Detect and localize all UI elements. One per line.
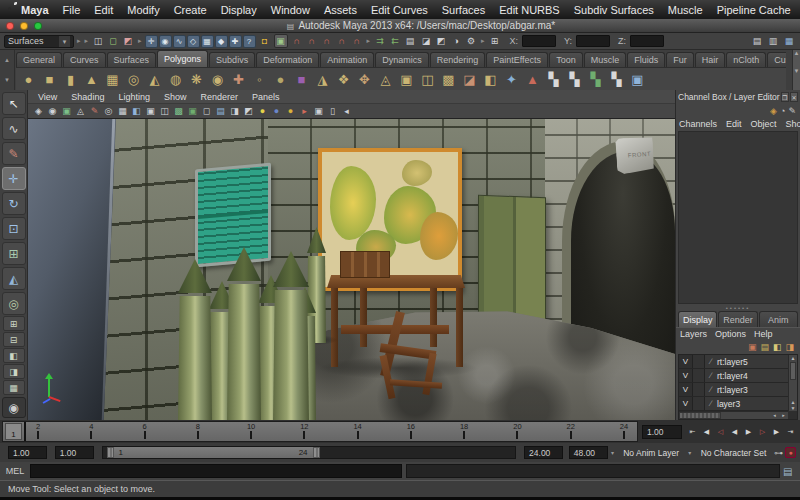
panel-menu-item[interactable]: View xyxy=(38,92,57,102)
group-collapse-arrow[interactable]: ▸ xyxy=(480,37,486,45)
shelf-tool-icon[interactable]: ◫ xyxy=(417,69,438,90)
layer-playback-toggle[interactable] xyxy=(693,369,705,382)
menubar-item[interactable]: Maya xyxy=(14,4,56,16)
tool-button[interactable]: ↖ xyxy=(2,92,26,115)
shelf-tab[interactable]: Custom xyxy=(767,52,786,67)
layer-visibility-toggle[interactable]: V xyxy=(679,355,693,368)
panel-toolbar-icon[interactable]: ◨ xyxy=(228,105,241,118)
playback-button[interactable]: ◀ xyxy=(728,424,741,440)
panel-toolbar-icon[interactable]: ▤ xyxy=(214,105,227,118)
panel-menu-item[interactable]: Panels xyxy=(252,92,280,102)
selection-mode-icon[interactable]: ◫ xyxy=(91,34,105,48)
shelf-tool-icon[interactable]: ◪ xyxy=(459,69,480,90)
snap-magnet-icon[interactable]: ∩ xyxy=(290,34,304,48)
channel-box-menu-item[interactable]: Channels xyxy=(679,119,717,129)
shelf-tab[interactable]: Muscle xyxy=(584,52,627,67)
panel-toolbar-icon[interactable]: ◂ xyxy=(340,105,353,118)
quick-layout-button[interactable]: ◧ xyxy=(3,348,25,363)
snap-magnet-icon[interactable]: ∩ xyxy=(335,34,349,48)
shelf-tool-icon[interactable]: ✚ xyxy=(228,69,249,90)
menubar-item[interactable]: Assets xyxy=(317,4,364,16)
channel-box-tool-icon[interactable]: ◔ xyxy=(780,106,785,116)
quick-layout-button[interactable]: ◨ xyxy=(3,364,25,379)
shelf-tool-icon[interactable]: ■ xyxy=(39,69,60,90)
layer-row[interactable]: V ∕ rt:layer4 xyxy=(679,369,788,383)
shelf-tool-icon[interactable]: ◎ xyxy=(123,69,144,90)
selection-mask-icon[interactable]: ∿ xyxy=(173,35,186,48)
channel-box-tool-icon[interactable]: ✎ xyxy=(788,106,796,116)
range-end-handle[interactable] xyxy=(313,447,320,458)
panel-menu-item[interactable]: Lighting xyxy=(118,92,150,102)
menubar-item[interactable]: Modify xyxy=(120,4,166,16)
shelf-tool-icon[interactable]: ▚ xyxy=(606,69,627,90)
y-coordinate-input[interactable] xyxy=(576,35,610,47)
shelf-tab[interactable]: Fluids xyxy=(627,52,665,67)
tool-button[interactable]: ◭ xyxy=(2,267,26,290)
shelf-tool-icon[interactable]: ▚ xyxy=(564,69,585,90)
range-slider-bar[interactable]: 1 24 xyxy=(107,447,320,458)
menubar-item[interactable]: Edit NURBS xyxy=(492,4,567,16)
layer-row[interactable]: V ∕ layer3 xyxy=(679,397,788,411)
playback-button[interactable]: ▶ xyxy=(742,424,755,440)
shelf-tab[interactable]: Surfaces xyxy=(107,52,157,67)
panel-toolbar-icon[interactable]: ◻ xyxy=(200,105,213,118)
tool-button[interactable]: ⊞ xyxy=(2,242,26,265)
layer-editor-menu-item[interactable]: Help xyxy=(754,329,773,339)
tool-button[interactable]: ✛ xyxy=(2,167,26,190)
wooden-crate[interactable] xyxy=(340,251,390,278)
playback-button[interactable]: ▷ xyxy=(756,424,769,440)
panel-menu-item[interactable]: Show xyxy=(164,92,187,102)
shelf-tab[interactable]: nCloth xyxy=(726,52,766,67)
panel-menu-item[interactable]: Renderer xyxy=(200,92,238,102)
shelf-tab[interactable]: Polygons xyxy=(157,50,208,67)
menu-set-selector[interactable]: Surfaces ▾ xyxy=(4,35,74,48)
group-collapse-arrow[interactable]: ▸ xyxy=(366,37,372,45)
shelf-tab[interactable]: Dynamics xyxy=(375,52,429,67)
layer-playback-toggle[interactable] xyxy=(693,355,705,368)
layer-create-icon[interactable]: ▤ xyxy=(760,342,769,352)
layer-editor-tab[interactable]: Anim xyxy=(759,311,798,327)
shelf-tab[interactable]: PaintEffects xyxy=(486,52,548,67)
layer-row[interactable]: V ∕ rt:layer3 xyxy=(679,383,788,397)
snap-magnet-icon[interactable]: ∩ xyxy=(305,34,319,48)
menu-set-dropdown-arrow[interactable]: ▾ xyxy=(59,36,70,47)
layer-editor-tab[interactable]: Render xyxy=(718,311,757,327)
script-editor-icon[interactable]: ▤ xyxy=(783,466,792,477)
shelf-tool-icon[interactable]: ◍ xyxy=(165,69,186,90)
selection-mask-icon[interactable]: ◆ xyxy=(215,35,228,48)
shelf-tab[interactable]: Animation xyxy=(320,52,374,67)
anim-layer-selector[interactable]: No Anim Layer xyxy=(617,446,685,460)
tool-button[interactable]: ↻ xyxy=(2,192,26,215)
table-leg[interactable] xyxy=(331,285,338,367)
panel-toolbar-icon[interactable]: ▣ xyxy=(186,105,199,118)
layer-name[interactable]: rt:layer3 xyxy=(717,385,748,395)
panel-toolbar-icon[interactable]: ● xyxy=(284,105,297,118)
shelf-tool-icon[interactable]: ● xyxy=(18,69,39,90)
tool-button[interactable]: ∿ xyxy=(2,117,26,140)
animation-start-field[interactable]: 1.00 xyxy=(8,446,47,459)
layer-visibility-toggle[interactable]: V xyxy=(679,397,693,410)
set-key-icon[interactable]: ⊶ xyxy=(774,448,783,458)
shelf-tool-icon[interactable]: ■ xyxy=(291,69,312,90)
shelf-tool-icon[interactable]: ▩ xyxy=(438,69,459,90)
layer-visibility-toggle[interactable]: V xyxy=(679,369,693,382)
selection-mask-icon[interactable]: ✛ xyxy=(145,35,158,48)
range-start-handle[interactable] xyxy=(107,447,114,458)
shelf-tab[interactable]: General xyxy=(16,52,62,67)
panel-toolbar-icon[interactable]: ◉ xyxy=(46,105,59,118)
layer-visibility-toggle[interactable]: V xyxy=(679,383,693,396)
layer-editor-tab[interactable]: Display xyxy=(678,311,717,327)
layer-playback-toggle[interactable] xyxy=(693,383,705,396)
table-leg[interactable] xyxy=(360,285,367,347)
menubar-item[interactable]: Muscle xyxy=(661,4,710,16)
selection-mask-icon[interactable]: ? xyxy=(243,35,256,48)
layer-list-hscrollbar[interactable]: ◂▸ xyxy=(679,411,788,419)
group-collapse-arrow[interactable]: ▸ xyxy=(76,37,82,45)
layer-editor-menu-item[interactable]: Options xyxy=(715,329,746,339)
shelf-tool-icon[interactable]: ❋ xyxy=(186,69,207,90)
front-sign-cube[interactable]: FRONT xyxy=(615,135,656,174)
selection-mask-icon[interactable]: ✚ xyxy=(229,35,242,48)
history-icon[interactable]: ▤ xyxy=(403,34,417,48)
panel-toolbar-icon[interactable]: ◫ xyxy=(158,105,171,118)
render-icon[interactable]: ◩ xyxy=(434,34,448,48)
